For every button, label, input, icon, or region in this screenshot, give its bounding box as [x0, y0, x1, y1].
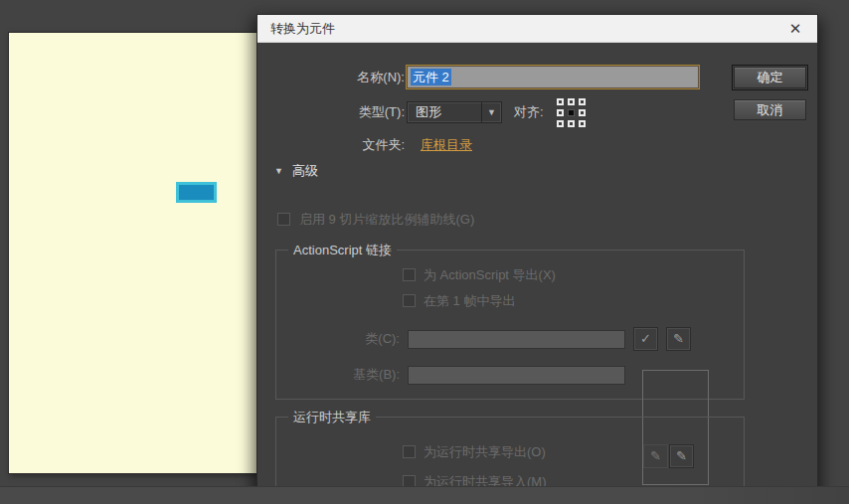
edit-class-button: ✎ [666, 327, 691, 351]
class-label: 类(C): [316, 329, 400, 349]
runtime-shared-library-legend: 运行时共享库 [288, 409, 376, 425]
enable-9slice-checkbox [277, 213, 290, 226]
chevron-down-icon[interactable]: ▼ [481, 102, 501, 122]
registration-point[interactable] [579, 120, 586, 127]
export-runtime-sharing-label: 为运行时共享导出(O) [424, 443, 546, 461]
export-in-frame1-label: 在第 1 帧中导出 [424, 292, 515, 310]
pencil-icon: ✎ [676, 448, 687, 463]
cancel-button[interactable]: 取消 [734, 99, 806, 120]
export-for-actionscript-label: 为 ActionScript 导出(X) [424, 266, 556, 284]
name-label: 名称(N): [317, 67, 405, 88]
registration-point-grid[interactable] [557, 98, 589, 130]
pencil-icon: ✎ [673, 331, 684, 346]
pencil-icon: ✎ [650, 448, 661, 463]
name-input[interactable]: 元件 2 [407, 66, 699, 88]
advanced-section-toggle[interactable]: ▼高级 [274, 161, 318, 181]
registration-point[interactable] [568, 120, 575, 127]
registration-point-selected[interactable] [568, 109, 575, 116]
export-runtime-sharing-checkbox [403, 445, 416, 458]
advanced-label: 高级 [292, 163, 318, 178]
close-icon[interactable]: ✕ [783, 15, 807, 43]
actionscript-linkage-legend: ActionScript 链接 [288, 242, 397, 258]
runtime-url-edit-button: ✎ [669, 444, 694, 468]
type-label: 类型(T): [317, 101, 405, 123]
registration-point[interactable] [557, 120, 564, 127]
dialog-title: 转换为元件 [270, 15, 335, 43]
validate-class-button: ✓ [633, 327, 658, 351]
convert-to-symbol-dialog: 转换为元件 ✕ 名称(N): 元件 2 确定 类型(T): 图形 ▼ 对齐: 取… [256, 14, 818, 504]
stage-canvas[interactable] [8, 32, 258, 474]
folder-label: 文件夹: [317, 135, 405, 155]
ok-button[interactable]: 确定 [734, 67, 806, 88]
dialog-titlebar[interactable]: 转换为元件 ✕ [257, 15, 817, 43]
runtime-url-dim-button: ✎ [643, 444, 668, 468]
registration-point[interactable] [557, 109, 564, 116]
check-icon: ✓ [640, 331, 651, 346]
registration-point[interactable] [557, 98, 564, 105]
export-in-frame1-checkbox [403, 294, 416, 307]
registration-point[interactable] [568, 98, 575, 105]
base-class-field [408, 366, 625, 385]
triangle-down-icon: ▼ [274, 166, 283, 176]
class-field [408, 330, 625, 349]
name-input-selected-text: 元件 2 [411, 69, 451, 85]
base-class-label: 基类(B): [316, 365, 400, 385]
bottom-panel-edge [0, 486, 849, 504]
registration-point[interactable] [579, 109, 586, 116]
export-for-actionscript-checkbox [403, 268, 416, 281]
align-label: 对齐: [514, 101, 556, 123]
enable-9slice-label: 启用 9 切片缩放比例辅助线(G) [299, 211, 474, 229]
library-root-folder-link[interactable]: 库根目录 [421, 135, 472, 155]
application-window: 转换为元件 ✕ 名称(N): 元件 2 确定 类型(T): 图形 ▼ 对齐: 取… [0, 0, 849, 504]
type-dropdown[interactable]: 图形 ▼ [407, 101, 502, 123]
selected-rectangle-shape[interactable] [176, 182, 217, 203]
registration-point[interactable] [579, 98, 586, 105]
type-dropdown-value: 图形 [416, 102, 441, 122]
